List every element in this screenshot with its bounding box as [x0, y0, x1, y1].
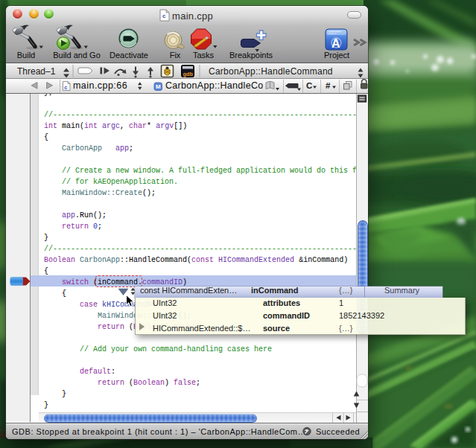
svg-text:c: c	[64, 84, 67, 91]
svg-text:#: #	[326, 81, 331, 90]
svg-text:gdb: gdb	[183, 71, 194, 77]
svg-text:A: A	[331, 37, 340, 50]
svg-text:C: C	[306, 81, 312, 90]
svg-text:M: M	[156, 83, 161, 90]
